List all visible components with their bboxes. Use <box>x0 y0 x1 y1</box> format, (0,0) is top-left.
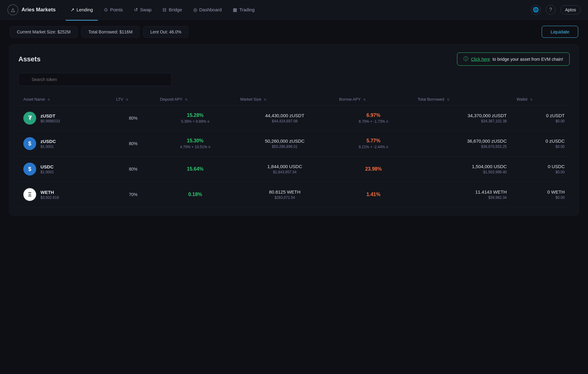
liquidate-button[interactable]: Liquidate <box>542 26 578 38</box>
cell-market-size-zusdt: 44,430,000 zUSDT $44,424,697.08 <box>235 106 334 131</box>
asset-name-zusdc: zUSDC <box>40 139 56 144</box>
nav-item-lending[interactable]: ↗ Lending <box>66 5 98 15</box>
cell-ltv-weth: 70% <box>111 182 155 207</box>
table-row[interactable]: Ξ WETH $3,502.818 70% 0.18% 80.8125 WETH… <box>18 182 570 207</box>
nav-label-swap: Swap <box>140 7 152 12</box>
asset-price-usdc: $1.0001 <box>40 170 54 174</box>
sort-icon-wallet: ⇅ <box>530 98 532 101</box>
nav-label-dashboard: Dashboard <box>199 7 222 12</box>
asset-price-weth: $3,502.818 <box>40 195 59 200</box>
token-icon-zusdt: ₮ <box>23 112 36 125</box>
navbar: △ Aries Markets ↗ Lending ⊙ Points ↺ Swa… <box>0 0 588 20</box>
cell-asset-usdc: $ USDC $1.0001 <box>18 156 111 182</box>
cell-ltv-usdc: 80% <box>111 156 155 182</box>
brand-logo-symbol: △ <box>11 7 15 13</box>
nav-label-bridge: Bridge <box>169 7 182 12</box>
table-row[interactable]: $ USDC $1.0001 80% 15.64% 1,844,000 USDC… <box>18 156 570 182</box>
assets-header: Assets ⓘ Click here to bridge your asset… <box>18 52 570 66</box>
wallet-button[interactable]: Aptos <box>560 5 581 14</box>
lent-out-label: Lent Out: <box>150 29 168 34</box>
info-icon: ⓘ <box>463 56 468 62</box>
bridge-click-here[interactable]: Click here <box>471 57 490 62</box>
bridge-icon: ⊟ <box>163 7 167 13</box>
nav-label-points: Points <box>110 7 123 12</box>
brand-name: Aries Markets <box>21 7 56 13</box>
cell-deposit-apy-zusdc: 15.30% 4.79% + 10.51% ≡ <box>155 131 235 156</box>
trading-icon: ▦ <box>233 7 237 13</box>
nav-item-trading[interactable]: ▦ Trading <box>228 5 259 15</box>
search-wrapper: 🔍 <box>18 73 172 86</box>
nav-item-swap[interactable]: ↺ Swap <box>129 5 157 15</box>
total-borrowed-value: $116M <box>119 29 133 34</box>
total-borrowed-label: Total Borrowed: <box>88 29 118 34</box>
search-container: 🔍 <box>18 73 570 86</box>
table-row[interactable]: $ zUSDC $1.0001 80% 15.30% 4.79% + 10.51… <box>18 131 570 156</box>
token-icon-usdc: $ <box>23 163 36 175</box>
sort-icon-asset: ⇅ <box>48 98 50 101</box>
nav-item-points[interactable]: ⊙ Points <box>99 5 128 15</box>
cell-asset-zusdc: $ zUSDC $1.0001 <box>18 131 111 156</box>
total-borrowed-stat: Total Borrowed: $116M <box>81 26 140 38</box>
th-borrow-apy[interactable]: Borrow APY ⇅ <box>334 93 413 106</box>
sort-icon-total: ⇅ <box>447 98 449 101</box>
cell-borrow-apy-weth: 1.41% <box>334 182 413 207</box>
asset-price-zusdc: $1.0001 <box>40 145 56 149</box>
th-wallet[interactable]: Wallet ⇅ <box>512 93 570 106</box>
cell-total-borrowed-weth: 11.4143 WETH $39,982.34 <box>413 182 512 207</box>
asset-name-zusdt: zUSDT <box>40 113 60 118</box>
sort-icon-borrow: ⇅ <box>363 98 366 101</box>
brand[interactable]: △ Aries Markets <box>7 4 56 15</box>
market-size-stat: Current Market Size: $252M <box>10 26 78 38</box>
brand-logo: △ <box>7 4 18 15</box>
sort-icon-ltv: ⇅ <box>126 98 128 101</box>
cell-deposit-apy-zusdt: 15.28% 5.39% + 9.89% ≡ <box>155 106 235 131</box>
nav-label-lending: Lending <box>77 7 93 12</box>
asset-name-usdc: USDC <box>40 164 54 169</box>
market-size-label: Current Market Size: <box>17 29 56 34</box>
bridge-banner[interactable]: ⓘ Click here to bridge your asset from E… <box>457 52 570 66</box>
dashboard-icon: ◎ <box>193 7 197 13</box>
th-deposit-apy[interactable]: Deposit APY ⇅ <box>155 93 235 106</box>
th-ltv[interactable]: LTV ⇅ <box>111 93 155 106</box>
cell-borrow-apy-zusdc: 5.77% 8.21% + -2.44% ≡ <box>334 131 413 156</box>
token-icon-weth: Ξ <box>23 188 36 201</box>
assets-section: Assets ⓘ Click here to bridge your asset… <box>9 44 579 216</box>
cell-wallet-weth: 0 WETH $0.00 <box>512 182 570 207</box>
lent-out-stat: Lent Out: 46.0% <box>143 26 188 38</box>
swap-icon: ↺ <box>134 7 138 13</box>
cell-market-size-weth: 80.8125 WETH $283,071.54 <box>235 182 334 207</box>
cell-total-borrowed-zusdc: 36,670,000 zUSDC $36,670,553.25 <box>413 131 512 156</box>
assets-title: Assets <box>18 55 40 63</box>
table-row[interactable]: ₮ zUSDT $0.9998233 80% 15.28% 5.39% + 9.… <box>18 106 570 131</box>
th-asset-name[interactable]: Asset Name ⇅ <box>18 93 111 106</box>
cell-ltv-zusdt: 80% <box>111 106 155 131</box>
asset-name-weth: WETH <box>40 190 59 195</box>
cell-borrow-apy-zusdt: 6.97% 8.70% + -1.73% ≡ <box>334 106 413 131</box>
nav-links: ↗ Lending ⊙ Points ↺ Swap ⊟ Bridge ◎ Das… <box>66 5 529 15</box>
cell-market-size-usdc: 1,844,000 USDC $1,843,857.34 <box>235 156 334 182</box>
th-market-size[interactable]: Market Size ⇅ <box>235 93 334 106</box>
bridge-banner-text: to bridge your asset from EVM chain! <box>493 57 563 62</box>
cell-deposit-apy-usdc: 15.64% <box>155 156 235 182</box>
cell-total-borrowed-usdc: 1,504,000 USDC $1,503,999.40 <box>413 156 512 182</box>
cell-wallet-zusdc: 0 zUSDC $0.00 <box>512 131 570 156</box>
points-icon: ⊙ <box>104 7 108 13</box>
table-header-row: Asset Name ⇅ LTV ⇅ Deposit APY ⇅ Market … <box>18 93 570 106</box>
token-icon-zusdc: $ <box>23 137 36 150</box>
th-total-borrowed[interactable]: Total Borrowed ⇅ <box>413 93 512 106</box>
cell-borrow-apy-usdc: 23.98% <box>334 156 413 182</box>
sort-icon-market: ⇅ <box>264 98 266 101</box>
cell-market-size-zusdc: 50,260,000 zUSDC $50,266,896.01 <box>235 131 334 156</box>
nav-item-dashboard[interactable]: ◎ Dashboard <box>188 5 227 15</box>
sort-icon-deposit: ⇅ <box>185 98 187 101</box>
cell-asset-zusdt: ₮ zUSDT $0.9998233 <box>18 106 111 131</box>
asset-price-zusdt: $0.9998233 <box>40 119 60 123</box>
search-input[interactable] <box>18 73 172 86</box>
globe-icon-button[interactable]: 🌐 <box>531 5 541 15</box>
stats-bar: Current Market Size: $252M Total Borrowe… <box>0 20 588 44</box>
help-icon-button[interactable]: ? <box>546 5 555 15</box>
cell-total-borrowed-zusdt: 34,370,000 zUSDT $34,367,102.38 <box>413 106 512 131</box>
nav-item-bridge[interactable]: ⊟ Bridge <box>158 5 187 15</box>
lending-icon: ↗ <box>71 7 75 13</box>
nav-label-trading: Trading <box>239 7 255 12</box>
